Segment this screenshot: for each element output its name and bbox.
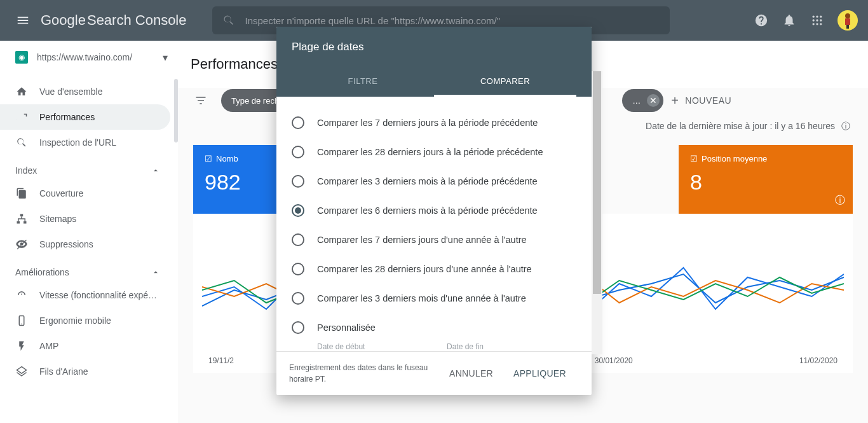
custom-date-labels: Date de débutDate de fin (276, 342, 592, 351)
radio-label: Comparer les 6 derniers mois à la périod… (317, 205, 538, 216)
radio-icon (292, 204, 304, 217)
apply-button[interactable]: APPLIQUER (506, 363, 574, 384)
radio-option[interactable]: Comparer les 3 derniers mois à la périod… (276, 167, 592, 196)
radio-option[interactable]: Comparer les 28 derniers jours à la péri… (276, 137, 592, 167)
dialog-tabs: FILTRE COMPARER (292, 67, 576, 97)
radio-option[interactable]: Personnalisée (276, 313, 592, 342)
radio-option[interactable]: Comparer les 28 derniers jours d'une ann… (276, 254, 592, 284)
radio-option[interactable]: Comparer les 7 derniers jours d'une anné… (276, 225, 592, 254)
tab-filter[interactable]: FILTRE (292, 67, 434, 97)
date-range-dialog: Plage de dates FILTRE COMPARER Comparer … (276, 27, 592, 395)
radio-icon (292, 146, 304, 158)
radio-icon (292, 233, 304, 246)
radio-icon (292, 292, 304, 305)
date-start-label: Date de début (317, 342, 447, 351)
tab-compare[interactable]: COMPARER (434, 67, 576, 97)
dialog-body: Comparer les 7 derniers jours à la pério… (276, 97, 592, 351)
radio-option[interactable]: Comparer les 6 derniers mois à la périod… (276, 196, 592, 225)
scrollbar[interactable] (592, 71, 602, 354)
radio-icon (292, 263, 304, 275)
dialog-header: Plage de dates FILTRE COMPARER (276, 27, 592, 97)
radio-label: Comparer les 3 derniers mois à la périod… (317, 176, 538, 186)
radio-label: Comparer les 7 derniers jours d'une anné… (317, 235, 527, 245)
cancel-button[interactable]: ANNULER (442, 363, 501, 384)
dialog-title: Plage de dates (292, 41, 576, 53)
radio-label: Comparer les 3 derniers mois d'une année… (317, 293, 526, 303)
timezone-note: Enregistrement des dates dans le fuseau … (289, 362, 442, 385)
dialog-footer: Enregistrement des dates dans le fuseau … (276, 351, 592, 395)
radio-option[interactable]: Comparer les 3 derniers mois d'une année… (276, 284, 592, 313)
date-end-label: Date de fin (447, 342, 576, 351)
radio-option[interactable]: Comparer les 7 derniers jours à la pério… (276, 108, 592, 137)
radio-icon (292, 321, 304, 334)
radio-label: Personnalisée (317, 322, 376, 333)
radio-label: Comparer les 28 derniers jours à la péri… (317, 147, 543, 157)
radio-label: Comparer les 28 derniers jours d'une ann… (317, 264, 532, 274)
radio-icon (292, 175, 304, 188)
radio-label: Comparer les 7 derniers jours à la pério… (317, 118, 538, 128)
radio-icon (292, 116, 304, 129)
